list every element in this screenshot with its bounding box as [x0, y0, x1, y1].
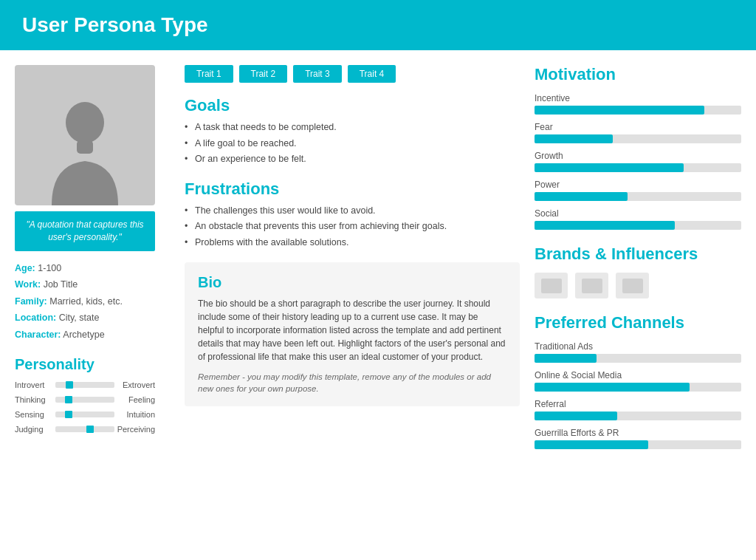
bio-title: Bio	[198, 274, 506, 291]
channel-bar-bg	[535, 354, 741, 363]
personality-trait-row: SensingIntuition	[15, 410, 155, 419]
trait-bar-container	[55, 397, 114, 403]
motivation-item: Growth	[535, 151, 741, 172]
page-wrapper: User Persona Type "A quotation that capt…	[0, 0, 756, 560]
motivation-item: Social	[535, 208, 741, 230]
age-label: Age:	[15, 263, 35, 273]
page-title: User Persona Type	[22, 13, 734, 37]
channel-bar-fill	[535, 412, 617, 420]
profile-info: Age: 1-100 Work: Job Title Family: Marri…	[15, 260, 155, 344]
quote-text: "A quotation that captures this user's p…	[26, 219, 143, 242]
bio-note: Remember - you may modify this template,…	[198, 371, 506, 395]
personality-trait-row: JudgingPerceiving	[15, 425, 155, 434]
personality-trait-row: IntrovertExtrovert	[15, 380, 155, 389]
trait-tag: Trait 2	[239, 65, 288, 83]
motivation-bar-bg	[535, 163, 741, 172]
trait-bar-dot	[65, 411, 72, 418]
motivation-item: Power	[535, 180, 741, 201]
profile-work: Work: Job Title	[15, 276, 155, 293]
left-column: "A quotation that captures this user's p…	[15, 65, 170, 457]
trait-bar-container	[55, 412, 114, 417]
brand-icon-inner-3	[622, 279, 643, 293]
frustration-item: An obstacle that prevents this user from…	[185, 220, 520, 233]
channel-bar-fill	[535, 354, 597, 363]
motivation-bar-fill	[535, 106, 704, 115]
trait-label-right: Feeling	[114, 395, 155, 404]
main-content: "A quotation that captures this user's p…	[0, 50, 756, 471]
motivation-bar-fill	[535, 192, 628, 201]
motivation-bar-fill	[535, 221, 675, 230]
avatar-silhouette	[44, 95, 126, 205]
channel-label: Referral	[535, 399, 741, 409]
trait-label-left: Thinking	[15, 395, 55, 404]
profile-character: Character: Archetype	[15, 327, 155, 344]
trait-bar-dot	[65, 396, 72, 403]
channel-bar-fill	[535, 440, 648, 449]
trait-label-left: Judging	[15, 425, 55, 434]
motivation-bar-bg	[535, 134, 741, 143]
brand-icons	[535, 273, 741, 298]
channel-bars: Traditional AdsOnline & Social MediaRefe…	[535, 341, 741, 449]
motivation-bar-fill	[535, 134, 613, 143]
brand-icon-inner-1	[541, 279, 562, 293]
channel-label: Traditional Ads	[535, 341, 741, 352]
character-value: Archetype	[63, 329, 104, 340]
motivation-bar-fill	[535, 163, 684, 172]
family-value: Married, kids, etc.	[49, 296, 123, 307]
goals-list: A task that needs to be completed.A life…	[185, 121, 520, 166]
svg-rect-1	[77, 140, 93, 154]
goal-item: A task that needs to be completed.	[185, 121, 520, 134]
traits-row: Trait 1Trait 2Trait 3Trait 4	[185, 65, 520, 83]
brands-section: Brands & Influencers	[535, 245, 741, 298]
motivation-title: Motivation	[535, 65, 741, 84]
trait-label-right: Extrovert	[114, 380, 155, 389]
goals-section: Goals A task that needs to be completed.…	[185, 96, 520, 166]
bio-box: Bio The bio should be a short paragraph …	[185, 262, 520, 406]
motivation-bar-bg	[535, 192, 741, 201]
profile-location: Location: City, state	[15, 310, 155, 327]
frustrations-section: Frustrations The challenges this user wo…	[185, 180, 520, 250]
trait-tag: Trait 4	[348, 65, 396, 83]
channel-item: Online & Social Media	[535, 370, 741, 392]
brands-title: Brands & Influencers	[535, 245, 741, 264]
goal-item: A life goal to be reached.	[185, 137, 520, 151]
svg-point-0	[66, 102, 104, 143]
motivation-label: Social	[535, 208, 741, 219]
avatar-box	[15, 65, 155, 205]
trait-bar-container	[55, 426, 114, 432]
frustrations-list: The challenges this user would like to a…	[185, 205, 520, 250]
trait-label-left: Sensing	[15, 410, 55, 419]
motivation-label: Fear	[535, 122, 741, 132]
middle-column: Trait 1Trait 2Trait 3Trait 4 Goals A tas…	[185, 65, 520, 457]
work-value: Job Title	[44, 279, 78, 290]
work-label: Work:	[15, 279, 41, 290]
motivation-section: Motivation IncentiveFearGrowthPowerSocia…	[535, 65, 741, 230]
channel-label: Guerrilla Efforts & PR	[535, 428, 741, 438]
right-column: Motivation IncentiveFearGrowthPowerSocia…	[535, 65, 741, 457]
channel-bar-fill	[535, 383, 690, 392]
channel-item: Traditional Ads	[535, 341, 741, 363]
location-value: City, state	[59, 313, 100, 323]
motivation-label: Power	[535, 180, 741, 190]
channels-title: Preferred Channels	[535, 313, 741, 332]
motivation-label: Growth	[535, 151, 741, 161]
brand-icon-3	[616, 273, 649, 298]
location-label: Location:	[15, 313, 56, 323]
motivation-item: Incentive	[535, 93, 741, 115]
trait-tag: Trait 3	[293, 65, 342, 83]
motivation-bar-bg	[535, 106, 741, 115]
frustration-item: Problems with the available solutions.	[185, 236, 520, 250]
character-label: Character:	[15, 329, 61, 340]
motivation-bars: IncentiveFearGrowthPowerSocial	[535, 93, 741, 230]
frustration-item: The challenges this user would like to a…	[185, 205, 520, 218]
channel-item: Guerrilla Efforts & PR	[535, 428, 741, 449]
channels-section: Preferred Channels Traditional AdsOnline…	[535, 313, 741, 449]
personality-traits: IntrovertExtrovertThinkingFeelingSensing…	[15, 380, 155, 434]
trait-label-left: Introvert	[15, 380, 55, 389]
age-value: 1-100	[38, 263, 61, 273]
brand-icon-1	[535, 273, 568, 298]
goals-title: Goals	[185, 96, 520, 115]
goal-item: Or an experience to be felt.	[185, 153, 520, 166]
brand-icon-inner-2	[582, 279, 602, 293]
channel-bar-bg	[535, 440, 741, 449]
